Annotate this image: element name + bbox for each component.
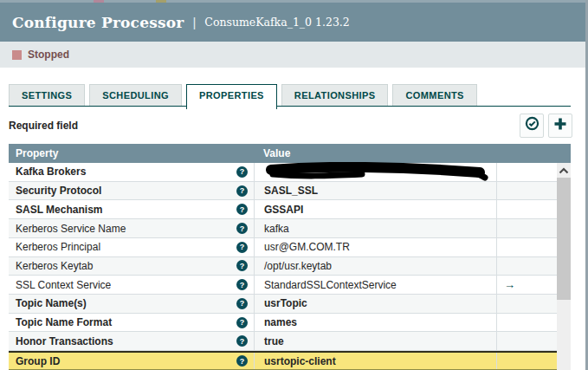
property-value-cell[interactable]: kafka [254, 219, 496, 237]
table-row[interactable]: Topic Name Format?names [9, 314, 557, 333]
goto-cell [496, 238, 557, 256]
tab-properties[interactable]: PROPERTIES [186, 84, 277, 109]
processor-name-version: ConsumeKafka_1_0 1.23.2 [204, 16, 349, 29]
property-name: Group ID [16, 355, 60, 367]
goto-cell [496, 200, 557, 218]
question-circle-icon[interactable]: ? [236, 260, 248, 271]
property-value-cell[interactable]: /opt/usr.keytab [254, 257, 496, 276]
table-header-row: Property Value [9, 144, 571, 163]
property-name-cell: Kafka Brokers? [9, 163, 254, 181]
question-circle-icon[interactable]: ? [236, 355, 248, 367]
property-name-cell: Kerberos Service Name? [9, 219, 254, 237]
black-scribble-redaction [262, 162, 489, 182]
title-separator: | [192, 15, 196, 29]
tab-relationships[interactable]: RELATIONSHIPS [281, 84, 389, 106]
goto-cell [496, 332, 557, 350]
table-row[interactable]: Group ID?usrtopic-client [9, 351, 557, 370]
property-name-cell: Security Protocol? [9, 182, 254, 200]
status-bar: Stopped [0, 42, 586, 68]
toolbar-buttons [520, 114, 572, 138]
table-row[interactable]: SASL Mechanism?GSSAPI [9, 200, 557, 219]
property-value[interactable]: /opt/usr.keytab [264, 260, 332, 272]
canvas-background-strip [0, 0, 588, 3]
property-name-cell: Kerberos Keytab? [9, 257, 254, 276]
properties-table: Property Value Kafka Brokers?Security Pr… [9, 144, 571, 370]
property-name-cell: Topic Name(s)? [9, 295, 254, 313]
question-circle-icon[interactable]: ? [236, 223, 248, 234]
property-value-cell[interactable]: names [254, 314, 496, 332]
goto-cell [496, 257, 557, 276]
property-name: Kafka Brokers [16, 166, 86, 178]
dialog-header: Configure Processor | ConsumeKafka_1_0 1… [0, 3, 586, 42]
vertical-scrollbar[interactable] [557, 163, 571, 370]
property-value-cell[interactable]: usrTopic [254, 295, 496, 313]
goto-cell: → [496, 276, 557, 294]
question-circle-icon[interactable]: ? [236, 166, 248, 178]
property-value-cell[interactable]: usr@GM.COM.TR [254, 238, 496, 256]
check-circle-icon [525, 116, 540, 134]
property-value[interactable]: StandardSSLContextService [264, 279, 397, 291]
question-circle-icon[interactable]: ? [236, 335, 248, 347]
properties-toolbar: Required field [9, 113, 572, 138]
tab-comments[interactable]: COMMENTS [392, 84, 476, 106]
property-name: Honor Transactions [16, 335, 113, 347]
verify-properties-button[interactable] [520, 114, 544, 138]
table-row[interactable]: Kerberos Service Name?kafka [9, 219, 557, 238]
property-name: Topic Name Format [16, 316, 112, 328]
property-name: SASL Mechanism [16, 204, 102, 216]
property-value-cell[interactable]: true [254, 332, 496, 350]
canvas-component-peek [156, 0, 166, 3]
table-row[interactable]: Kafka Brokers? [9, 163, 557, 182]
property-value-cell[interactable]: StandardSSLContextService [254, 276, 496, 294]
status-text: Stopped [28, 49, 69, 61]
property-value-cell[interactable] [254, 163, 496, 181]
property-value[interactable]: usrTopic [264, 297, 307, 309]
scrollbar-thumb[interactable] [557, 178, 571, 300]
property-value-cell[interactable]: SASL_SSL [254, 182, 496, 200]
stopped-square-icon [12, 50, 22, 60]
property-name: Kerberos Keytab [16, 260, 93, 272]
properties-table-body: Kafka Brokers?Security Protocol?SASL_SSL… [9, 163, 557, 370]
property-value[interactable]: kafka [264, 223, 289, 235]
property-value[interactable]: true [264, 335, 284, 347]
property-value[interactable]: usr@GM.COM.TR [264, 241, 350, 253]
property-value[interactable]: usrtopic-client [264, 355, 336, 367]
property-name-cell: Topic Name Format? [9, 314, 254, 332]
goto-cell [496, 295, 557, 313]
goto-cell [496, 182, 557, 200]
goto-service-arrow-icon[interactable]: → [504, 278, 515, 291]
goto-cell [496, 353, 557, 369]
goto-cell [496, 163, 557, 181]
property-name: Kerberos Principal [16, 241, 100, 253]
chevron-up-icon [559, 162, 569, 178]
dialog-title: Configure Processor [12, 14, 184, 31]
add-property-button[interactable] [548, 114, 572, 138]
table-row[interactable]: SSL Context Service?StandardSSLContextSe… [9, 276, 557, 295]
table-row[interactable]: Kerberos Keytab?/opt/usr.keytab [9, 257, 557, 276]
plus-icon [553, 117, 567, 134]
property-value-cell[interactable]: usrtopic-client [254, 353, 496, 369]
column-header-value: Value [254, 147, 290, 159]
question-circle-icon[interactable]: ? [236, 185, 248, 197]
column-header-property: Property [9, 147, 254, 159]
property-value-cell[interactable]: GSSAPI [254, 200, 496, 218]
property-value[interactable]: SASL_SSL [264, 185, 318, 197]
table-row[interactable]: Honor Transactions?true [9, 332, 557, 351]
scroll-up-button[interactable] [557, 163, 571, 177]
property-name-cell: SASL Mechanism? [9, 200, 254, 218]
property-value[interactable]: GSSAPI [264, 204, 303, 216]
property-name: Topic Name(s) [16, 297, 87, 309]
question-circle-icon[interactable]: ? [236, 317, 248, 328]
table-row[interactable]: Kerberos Principal?usr@GM.COM.TR [9, 238, 557, 257]
question-circle-icon[interactable]: ? [236, 298, 248, 309]
property-value[interactable]: names [264, 316, 297, 328]
tab-scheduling[interactable]: SCHEDULING [89, 84, 182, 106]
question-circle-icon[interactable]: ? [236, 279, 248, 290]
property-name-cell: SSL Context Service? [9, 276, 254, 294]
question-circle-icon[interactable]: ? [236, 242, 248, 253]
question-circle-icon[interactable]: ? [236, 204, 248, 215]
tab-settings[interactable]: SETTINGS [9, 84, 85, 106]
tab-bar: SETTINGSSCHEDULINGPROPERTIESRELATIONSHIP… [9, 84, 571, 109]
table-row[interactable]: Security Protocol?SASL_SSL [9, 182, 557, 201]
table-row[interactable]: Topic Name(s)?usrTopic [9, 295, 557, 314]
